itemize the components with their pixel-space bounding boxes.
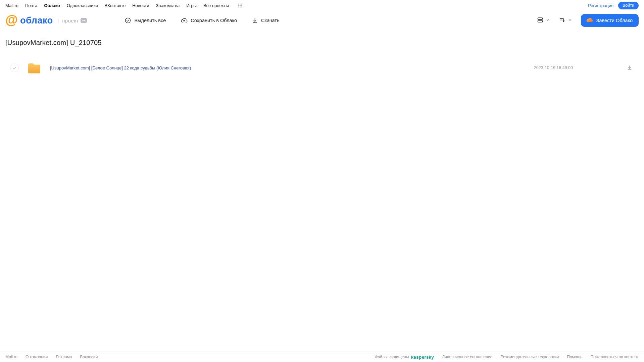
row-checkbox[interactable] xyxy=(10,63,19,72)
cloud-logo-text: облако xyxy=(20,15,53,26)
portal-link-odnoklassniki[interactable]: Одноклассники xyxy=(67,3,98,8)
page-footer: Mail.ru О компании Реклама Вакансии Файл… xyxy=(0,352,644,362)
check-icon xyxy=(12,66,17,70)
cloud-icon xyxy=(586,16,593,25)
save-to-cloud-button[interactable]: Сохранить в Облако xyxy=(181,17,237,24)
portal-link-mail[interactable]: Почта xyxy=(25,3,37,8)
main-content: [UsupovMarket.com] U_210705 xyxy=(0,39,644,75)
select-all-label: Выделить все xyxy=(134,18,166,23)
create-cloud-button[interactable]: Завести Облако xyxy=(581,14,639,27)
kaspersky-protection: Файлы защищены kaspersky xyxy=(375,355,434,360)
mailru-at-icon: @ xyxy=(5,13,18,26)
footer-left-links: Mail.ru О компании Реклама Вакансии xyxy=(5,355,98,359)
login-button[interactable]: Войти xyxy=(618,2,639,9)
footer-link-jobs[interactable]: Вакансии xyxy=(80,355,98,359)
footer-link-about[interactable]: О компании xyxy=(26,355,48,359)
footer-link-report[interactable]: Пожаловаться на контент xyxy=(591,355,639,359)
vk-badge-icon: VK xyxy=(81,18,87,23)
page-title: [UsupovMarket.com] U_210705 xyxy=(5,39,644,47)
save-to-cloud-label: Сохранить в Облако xyxy=(191,18,237,23)
footer-link-ads[interactable]: Реклама xyxy=(56,355,72,359)
file-row[interactable]: [UsupovMarket.com] [Белое Солнце] 22 код… xyxy=(0,60,644,75)
sort-icon xyxy=(559,16,566,25)
sort-selector[interactable] xyxy=(559,16,572,25)
footer-link-mailru[interactable]: Mail.ru xyxy=(5,355,17,359)
select-all-button[interactable]: Выделить все xyxy=(125,17,166,24)
file-toolbar: Выделить все Сохранить в Облако Скачать xyxy=(125,17,279,24)
chevron-down-icon xyxy=(546,17,550,23)
cloud-upload-icon xyxy=(181,17,188,24)
download-icon xyxy=(252,17,258,24)
file-name-link[interactable]: [UsupovMarket.com] [Белое Солнце] 22 код… xyxy=(50,65,191,70)
portal-link-dating[interactable]: Знакомства xyxy=(156,3,180,8)
logo-divider: | xyxy=(57,18,59,23)
portal-link-news[interactable]: Новости xyxy=(132,3,149,8)
file-list: [UsupovMarket.com] [Белое Солнце] 22 код… xyxy=(0,60,644,75)
kaspersky-logo[interactable]: kaspersky xyxy=(411,355,434,360)
download-button[interactable]: Скачать xyxy=(252,17,279,24)
portal-link-games[interactable]: Игры xyxy=(186,3,197,8)
register-link[interactable]: Регистрация xyxy=(588,3,613,8)
chevron-down-icon xyxy=(568,17,572,23)
footer-link-help[interactable]: Помощь xyxy=(567,355,582,359)
list-view-icon xyxy=(537,16,544,25)
files-protected-label: Файлы защищены xyxy=(375,355,409,359)
view-controls: Завести Облако xyxy=(537,14,639,27)
portal-link-mailru[interactable]: Mail.ru xyxy=(5,3,18,8)
portal-link-all-projects[interactable]: Все проекты xyxy=(203,3,229,8)
folder-icon xyxy=(28,62,41,73)
app-header: @ облако | проект VK Выделить все Сохран… xyxy=(0,11,644,30)
footer-link-recommendations[interactable]: Рекомендательные технологии xyxy=(501,355,559,359)
footer-link-license[interactable]: Лицензионное соглашение xyxy=(442,355,492,359)
download-label: Скачать xyxy=(261,18,279,23)
view-mode-selector[interactable] xyxy=(537,16,550,25)
check-circle-icon xyxy=(125,17,131,24)
create-cloud-label: Завести Облако xyxy=(596,18,633,23)
portal-link-vkontakte[interactable]: ВКонтакте xyxy=(105,3,126,8)
project-label: проект xyxy=(62,18,79,23)
footer-right-links: Файлы защищены kaspersky Лицензионное со… xyxy=(375,355,639,360)
portal-nav: Mail.ru Почта Облако Одноклассники ВКонт… xyxy=(0,0,644,11)
portal-links: Mail.ru Почта Облако Одноклассники ВКонт… xyxy=(5,3,243,8)
apps-grid-icon[interactable] xyxy=(238,3,243,8)
row-download-icon[interactable] xyxy=(627,65,633,71)
cloud-logo[interactable]: @ облако | проект VK xyxy=(5,15,87,26)
auth-controls: Регистрация Войти xyxy=(588,2,639,9)
file-date: 2023-10-19 16:49:00 xyxy=(534,65,573,70)
portal-link-cloud[interactable]: Облако xyxy=(44,3,60,8)
